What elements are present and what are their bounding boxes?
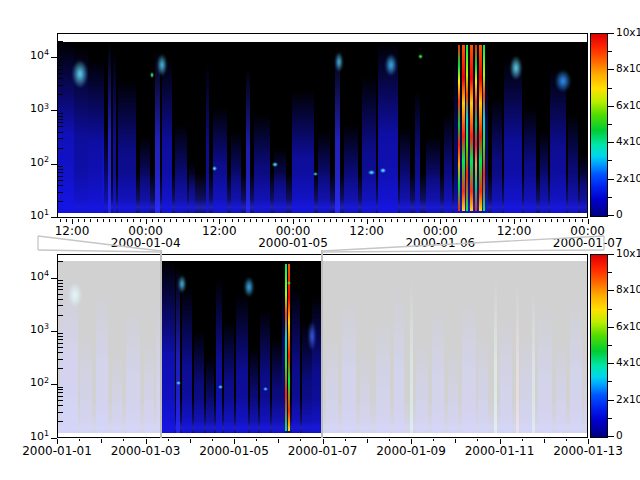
spectral-streak	[568, 114, 578, 213]
spectral-streak	[175, 124, 187, 213]
y-major-tick	[51, 278, 57, 279]
x-minor-tick	[287, 219, 288, 222]
spectral-streak	[580, 153, 587, 213]
x-minor-tick	[152, 219, 153, 222]
y-minor-tick	[58, 180, 63, 181]
spectral-streak	[189, 162, 195, 213]
x-minor-tick	[90, 219, 91, 222]
x-tick-label-date: 2000-01-06	[405, 236, 475, 250]
x-minor-tick	[195, 219, 196, 222]
x-minor-tick	[84, 219, 85, 222]
bright-spot	[176, 381, 181, 385]
bright-spot	[368, 170, 375, 175]
x-minor-tick	[342, 219, 343, 222]
y-minor-tick	[58, 336, 63, 337]
bright-cap	[335, 52, 343, 72]
y-minor-tick	[58, 138, 63, 139]
x-minor-tick	[250, 219, 251, 222]
colorbar-tick-label: 10x107	[616, 26, 640, 38]
colorbar-major-tick	[608, 363, 614, 364]
spectral-streak	[344, 124, 358, 213]
overview-faded-region-right	[323, 261, 587, 433]
x-tick-label-time: 12:00	[497, 224, 532, 238]
x-minor-tick	[311, 219, 312, 222]
y-tick-label: 102	[15, 156, 49, 169]
y-minor-tick	[58, 116, 63, 117]
spectral-streak	[118, 80, 136, 213]
spectral-streak	[58, 42, 74, 213]
y-minor-tick	[58, 392, 63, 393]
spectral-streak	[213, 107, 227, 213]
selection-right-handle[interactable]	[321, 250, 323, 438]
spectral-streak	[254, 114, 270, 213]
spectral-streak	[246, 68, 250, 213]
x-minor-tick	[168, 439, 169, 441]
x-minor-tick	[522, 439, 523, 441]
x-minor-tick	[256, 219, 257, 222]
x-minor-tick	[103, 219, 104, 222]
colorbar-tick-label: 4x107	[616, 356, 640, 368]
x-minor-tick	[170, 219, 171, 222]
x-tick-label-date: 2000-01-11	[465, 444, 535, 458]
x-day-tick	[101, 439, 102, 443]
spectral-streak	[400, 128, 410, 214]
x-tick-label-date: 2000-01-01	[22, 444, 92, 458]
y-minor-tick	[58, 286, 63, 287]
bright-spot	[218, 385, 223, 389]
x-minor-tick	[489, 219, 490, 222]
spectral-streak	[492, 97, 502, 213]
context-colorbar	[590, 254, 608, 438]
spectral-streak	[272, 338, 282, 433]
burst-streak	[285, 264, 287, 431]
detail-spectrogram-image[interactable]	[58, 42, 587, 213]
x-minor-tick	[232, 219, 233, 222]
x-minor-tick	[123, 439, 124, 441]
x-minor-tick	[348, 219, 349, 222]
colorbar-minor-tick	[608, 381, 612, 382]
x-minor-tick	[305, 219, 306, 222]
spectral-streak	[140, 136, 150, 213]
colorbar-major-tick	[608, 254, 614, 255]
spectral-streak	[108, 42, 111, 213]
x-minor-tick	[164, 219, 165, 222]
y-tick-label: 104	[15, 49, 49, 62]
y-minor-tick	[58, 122, 63, 123]
x-minor-tick	[508, 219, 509, 222]
y-minor-tick	[58, 85, 63, 86]
y-major-tick	[51, 331, 57, 332]
y-minor-tick	[58, 305, 63, 306]
x-minor-tick	[66, 219, 67, 222]
colorbar-major-tick	[608, 106, 614, 107]
x-minor-tick	[127, 219, 128, 222]
x-day-tick	[544, 439, 545, 443]
x-minor-tick	[575, 219, 576, 222]
bright-cap	[308, 321, 316, 351]
x-minor-tick	[115, 219, 116, 222]
x-minor-tick	[60, 219, 61, 222]
bright-cap	[72, 60, 88, 88]
colorbar-major-tick	[608, 436, 614, 437]
bright-spot	[150, 72, 154, 78]
x-minor-tick	[140, 219, 141, 222]
x-minor-tick	[453, 219, 454, 222]
x-tick-label-date: 2000-01-03	[111, 444, 181, 458]
x-minor-tick	[569, 219, 570, 222]
burst-streak	[288, 264, 290, 431]
spectral-streak	[250, 347, 258, 433]
selection-left-handle[interactable]	[160, 250, 162, 438]
x-tick-label-time: 12:00	[349, 224, 384, 238]
spectral-streak	[274, 148, 286, 213]
y-minor-tick	[58, 339, 63, 340]
x-minor-tick	[256, 439, 257, 441]
spectral-streak	[182, 287, 192, 433]
y-minor-tick	[58, 368, 63, 369]
x-tick-label-time: 12:00	[202, 224, 237, 238]
zoom-connector-line	[322, 250, 604, 252]
x-minor-tick	[539, 219, 540, 222]
x-minor-tick	[459, 219, 460, 222]
x-minor-tick	[410, 219, 411, 222]
x-minor-tick	[483, 219, 484, 222]
x-minor-tick	[379, 219, 380, 222]
y-minor-tick	[58, 94, 63, 95]
y-minor-tick	[58, 73, 63, 74]
